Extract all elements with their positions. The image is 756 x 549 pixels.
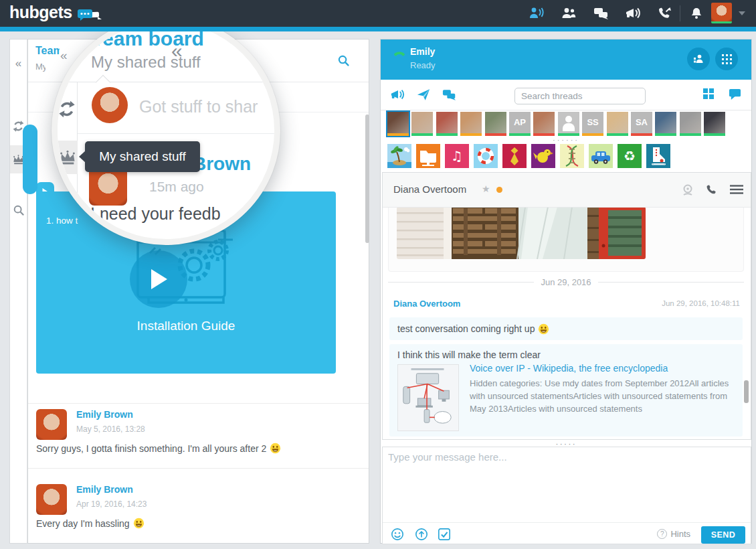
sent-messages-icon[interactable] [417, 88, 430, 101]
emoji-picker-icon[interactable] [391, 528, 404, 541]
user-presence-status: Ready [410, 60, 436, 70]
presence-avatar[interactable] [411, 112, 433, 136]
presence-avatar[interactable] [460, 112, 482, 136]
user-name: Emily [410, 46, 435, 57]
magnifier-lens-overlay: Team board My shared stuff « Got stuff t… [52, 16, 280, 245]
presence-avatar[interactable] [436, 112, 458, 136]
favorite-star-icon[interactable]: ★ [482, 183, 490, 194]
hints-link[interactable]: ?Hints [657, 529, 690, 539]
conversations-icon[interactable] [442, 88, 457, 101]
chat-scrollbar[interactable] [744, 380, 749, 403]
collapse-sidebar-button[interactable]: « [10, 49, 27, 77]
board-scrollbar[interactable] [365, 114, 369, 243]
lens-post-text-fragment: I need your feedb [90, 204, 221, 224]
presence-avatar[interactable]: SA [631, 112, 652, 136]
post-text: Every day I'm hassling [36, 518, 130, 529]
topic-tile-music[interactable]: ♫ [445, 144, 469, 168]
presence-avatar[interactable]: SS [582, 112, 603, 136]
presence-avatar[interactable] [533, 112, 555, 136]
chat-message: I think this will make the term clear [389, 344, 743, 437]
post-timestamp: Apr 19, 2016, 14:23 [76, 499, 147, 509]
chat-view-icon[interactable] [729, 88, 741, 100]
topic-tile-car[interactable] [589, 144, 613, 168]
message-timestamp: Jun 29, 2016, 10:48:11 [662, 299, 740, 307]
post-body: Every day I'm hassling [36, 518, 145, 529]
topic-tile-island[interactable] [387, 144, 411, 168]
my-shared-stuff-tooltip: My shared stuff [85, 141, 200, 172]
topic-tile-dna[interactable] [560, 144, 584, 168]
contacts-icon[interactable] [561, 7, 577, 20]
topic-tile-bird[interactable] [531, 144, 555, 168]
topics-row: ♫ ♻ [387, 141, 746, 168]
topic-tile-ice-skate[interactable] [646, 144, 670, 168]
topic-tile-folder[interactable] [416, 144, 440, 168]
play-button[interactable] [130, 250, 187, 308]
presence-status-icon[interactable] [529, 7, 545, 20]
date-divider-label: Jun 29, 2016 [541, 277, 591, 287]
topic-tile-tie[interactable] [502, 144, 527, 168]
composer-resize-handle[interactable]: ····· [381, 441, 751, 447]
call-icon[interactable] [705, 184, 717, 195]
board-subtitle: My shared stuff [35, 62, 45, 74]
user-menu-caret-icon[interactable] [739, 11, 745, 15]
lens-post-avatar [89, 167, 127, 206]
grinning-face-emoji [538, 323, 549, 335]
task-checkbox-icon[interactable] [438, 528, 451, 541]
notifications-bell-icon[interactable] [689, 7, 705, 20]
presence-avatar[interactable] [680, 112, 701, 136]
unread-indicator-dot [496, 187, 502, 193]
search-icon[interactable] [10, 196, 27, 224]
post-timestamp: May 5, 2016, 13:28 [76, 424, 145, 434]
phone-ready-icon [393, 48, 406, 58]
topic-tile-recycle[interactable]: ♻ [618, 144, 642, 168]
hints-label: Hints [670, 529, 690, 539]
presence-avatar[interactable] [485, 112, 506, 136]
topic-tile-lifebuoy[interactable] [474, 144, 498, 168]
board-search-icon[interactable] [337, 54, 350, 67]
date-divider: Jun 29, 2016 [388, 277, 744, 287]
video-caption: Installation Guide [36, 319, 336, 333]
shared-photo-message[interactable] [388, 208, 744, 272]
board-sidebar: « [9, 39, 27, 544]
lens-board-subtitle: My shared stuff [91, 53, 201, 72]
invite-people-button[interactable] [687, 48, 710, 70]
apps-grid-button[interactable] [715, 48, 738, 70]
presence-avatar[interactable] [704, 112, 725, 136]
search-threads-input[interactable] [514, 88, 646, 104]
board-title: Team board [35, 45, 60, 60]
broadcasts-filter-icon[interactable] [390, 88, 406, 101]
post-author-name[interactable]: Emily Brown [76, 484, 133, 495]
post-author-name[interactable]: Emily Brown [76, 409, 133, 420]
send-button[interactable]: SEND [701, 526, 745, 544]
pallets-photo [397, 208, 646, 259]
lens-refresh-icon [58, 100, 76, 119]
link-preview-thumbnail[interactable] [397, 364, 459, 431]
chat-messages-area: Jun 29, 2016 Diana Overtoom Jun 29, 2016… [383, 208, 751, 439]
post-author-avatar[interactable] [36, 409, 67, 440]
grinning-face-emoji [270, 443, 281, 454]
user-avatar[interactable] [711, 3, 732, 23]
phone-transfer-icon[interactable] [657, 7, 673, 20]
threads-toolbar [381, 80, 751, 110]
presence-avatar[interactable] [387, 112, 409, 136]
presence-avatar[interactable] [607, 112, 628, 136]
chat-thread-header[interactable]: Diana Overtoom ★ [383, 173, 751, 208]
upload-file-icon[interactable] [415, 528, 428, 541]
chats-icon[interactable] [593, 7, 609, 20]
post-author-avatar[interactable] [36, 484, 67, 515]
video-call-icon[interactable] [681, 184, 694, 196]
message-author[interactable]: Diana Overtoom [393, 299, 460, 309]
message-input[interactable] [388, 451, 745, 518]
presence-avatar[interactable] [558, 112, 579, 136]
user-status-header: Emily Ready [381, 40, 751, 80]
communication-panel: Emily Ready APSSSA ······ [380, 39, 752, 544]
divider [28, 403, 369, 404]
presence-avatar[interactable]: AP [509, 112, 531, 136]
link-preview-title[interactable]: Voice over IP - Wikipedia, the free ency… [470, 363, 668, 374]
lens-post-author-fragment: Brown [193, 153, 251, 175]
grid-view-icon[interactable] [703, 88, 714, 99]
board-collapse-icon[interactable]: « [60, 49, 68, 62]
presence-avatar[interactable] [655, 112, 676, 136]
broadcast-megaphone-icon[interactable] [625, 7, 641, 20]
thread-menu-icon[interactable] [729, 184, 744, 195]
